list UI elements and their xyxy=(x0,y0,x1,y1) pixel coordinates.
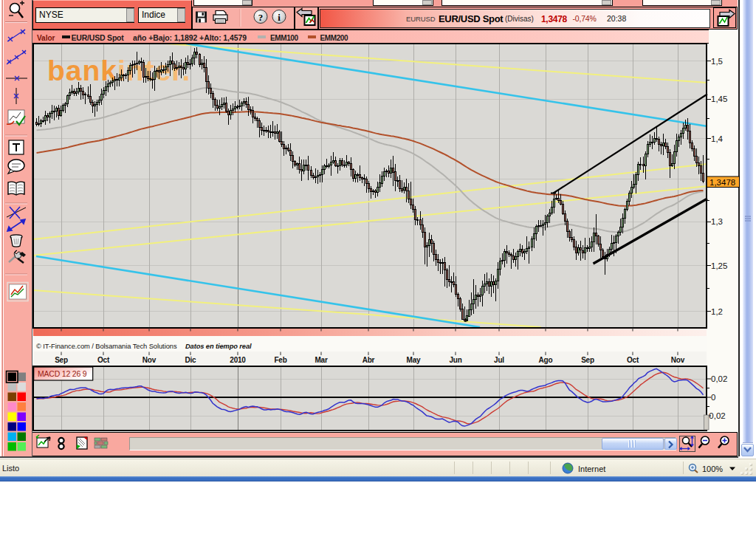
svg-text:100%: 100% xyxy=(702,465,723,473)
svg-text:Valor: Valor xyxy=(37,34,55,42)
svg-text:Abr: Abr xyxy=(362,356,375,364)
svg-text:año +Bajo: 1,1892 +Alto: 1,457: año +Bajo: 1,1892 +Alto: 1,4579 xyxy=(133,33,247,42)
svg-text:1,3478: 1,3478 xyxy=(541,14,568,24)
svg-text:Mar: Mar xyxy=(315,356,327,364)
svg-text:Nov: Nov xyxy=(671,356,685,364)
svg-text:-0,74%: -0,74% xyxy=(573,14,597,23)
svg-text:(Divisas): (Divisas) xyxy=(505,15,534,23)
svg-text:Oct: Oct xyxy=(627,356,639,364)
svg-text:0: 0 xyxy=(711,393,715,402)
svg-text:Oct: Oct xyxy=(97,356,110,364)
svg-text:1,2: 1,2 xyxy=(711,307,723,316)
svg-text:?: ? xyxy=(258,12,264,23)
svg-text:Nov: Nov xyxy=(142,356,157,364)
svg-text:EMM100: EMM100 xyxy=(270,34,298,42)
svg-text:1,45: 1,45 xyxy=(711,95,727,103)
svg-text:Sep: Sep xyxy=(581,356,594,364)
svg-text:EUR/USD Spot: EUR/USD Spot xyxy=(72,33,125,42)
svg-text:Jul: Jul xyxy=(494,356,504,364)
svg-text:Internet: Internet xyxy=(578,465,605,473)
svg-text:0,02: 0,02 xyxy=(711,374,727,383)
svg-text:1,3: 1,3 xyxy=(711,217,723,226)
svg-text:i: i xyxy=(278,12,281,23)
svg-text:Feb: Feb xyxy=(274,356,286,364)
svg-text:1,4: 1,4 xyxy=(711,134,724,143)
svg-text:Ago: Ago xyxy=(539,356,553,364)
svg-text:Dic: Dic xyxy=(185,356,197,364)
svg-text:-0,02: -0,02 xyxy=(707,411,726,420)
svg-text:May: May xyxy=(407,356,421,364)
svg-text:MACD 12 26 9: MACD 12 26 9 xyxy=(38,369,87,378)
svg-text:Listo: Listo xyxy=(2,464,19,473)
svg-text:2010: 2010 xyxy=(230,356,246,364)
svg-text:20:38: 20:38 xyxy=(607,14,626,23)
svg-text:1,25: 1,25 xyxy=(711,261,727,270)
svg-text:Jun: Jun xyxy=(449,356,461,364)
svg-text:1,5: 1,5 xyxy=(711,57,723,66)
svg-text:Sep: Sep xyxy=(55,356,68,364)
svg-text:© IT-Finance.com / Bolsamania: © IT-Finance.com / Bolsamania Tech Solut… xyxy=(36,343,177,350)
svg-text:1,3478: 1,3478 xyxy=(709,178,735,187)
svg-text:EURUSD: EURUSD xyxy=(406,15,436,23)
svg-text:EUR/USD Spot: EUR/USD Spot xyxy=(439,13,504,24)
svg-text:EMM200: EMM200 xyxy=(320,34,348,42)
svg-text:Datos en tiempo real: Datos en tiempo real xyxy=(185,343,252,350)
